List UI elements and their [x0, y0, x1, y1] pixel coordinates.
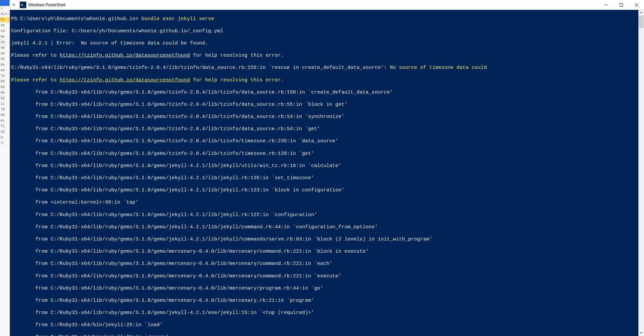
scroll-down-icon[interactable]: ▼	[638, 330, 644, 336]
output-line: Please refer to https://tzinfo.github.io…	[11, 77, 643, 84]
sidebar-item[interactable]: 95	[0, 112, 10, 118]
trace-line: from C:/Ruby31-x64/lib/ruby/gems/3.1.0/g…	[11, 126, 643, 132]
terminal[interactable]: PS C:\Users\yh\Documents\whonie.github.i…	[10, 10, 644, 336]
trace-line: from C:/Ruby31-x64/lib/ruby/gems/3.1.0/g…	[11, 187, 643, 194]
powershell-window: × >_ Windows PowerShell PS C:\Users\yh\D…	[10, 0, 644, 336]
sidebar-item[interactable]: ab	[0, 51, 10, 56]
window-controls	[599, 0, 644, 10]
sidebar-item[interactable]: 6a	[0, 62, 10, 68]
trace-line: from C:/Ruby31-x64/bin/jekyll:25:in `<ma…	[11, 334, 643, 336]
trace-line: from C:/Ruby31-x64/lib/ruby/gems/3.1.0/g…	[11, 310, 643, 316]
trace-line: from C:/Ruby31-x64/bin/jekyll:25:in `loa…	[11, 322, 643, 328]
trace-line: from C:/Ruby31-x64/lib/ruby/gems/3.1.0/g…	[11, 237, 643, 243]
trace-line: from C:/Ruby31-x64/lib/ruby/gems/3.1.0/g…	[11, 175, 643, 182]
tab-close-icon[interactable]: ×	[10, 2, 18, 7]
sidebar-item[interactable]: 11	[0, 101, 10, 107]
trace-line: from C:/Ruby31-x64/lib/ruby/gems/3.1.0/g…	[11, 90, 643, 96]
sidebar-item[interactable]: c0	[0, 28, 10, 34]
trace-line: from C:/Ruby31-x64/lib/ruby/gems/3.1.0/g…	[11, 138, 643, 145]
minimize-button[interactable]	[599, 0, 614, 10]
trace-line: from C:/Ruby31-x64/lib/ruby/gems/3.1.0/g…	[11, 102, 643, 108]
trace-line: from C:/Ruby31-x64/lib/ruby/gems/3.1.0/g…	[11, 114, 643, 120]
sidebar-item[interactable]: 49	[0, 45, 10, 51]
sidebar-item[interactable]: 35	[0, 23, 10, 28]
sidebar-item[interactable]: 9e	[0, 90, 10, 96]
trace-line: from C:/Ruby31-x64/lib/ruby/gems/3.1.0/g…	[11, 249, 643, 255]
output-line: Please refer to https://tzinfo.github.io…	[11, 53, 643, 59]
trace-line: from <internal:kernel>:90:in `tap'	[11, 200, 643, 206]
trace-line: from C:/Ruby31-x64/lib/ruby/gems/3.1.0/g…	[11, 298, 643, 304]
sidebar-item[interactable]: f1	[0, 124, 10, 129]
sidebar-item[interactable]: ba	[0, 84, 10, 90]
sidebar-label: 뛰기:	[0, 12, 10, 17]
trace-line: from C:/Ruby31-x64/lib/ruby/gems/3.1.0/g…	[11, 212, 643, 218]
maximize-button[interactable]	[614, 0, 629, 10]
sidebar-item[interactable]: d2	[0, 56, 10, 62]
sidebar-item[interactable]: f7	[0, 17, 10, 23]
sidebar-item[interactable]: d·	[0, 135, 10, 140]
sidebar-item[interactable]: 83	[0, 96, 10, 101]
sidebar-tab[interactable]: ×	[0, 6, 10, 12]
sidebar-item[interactable]: ea	[0, 68, 10, 73]
window-title: Windows PowerShell	[28, 3, 599, 7]
prompt-line: PS C:\Users\yh\Documents\whonie.github.i…	[11, 16, 643, 22]
sidebar-item[interactable]: 85	[0, 79, 10, 84]
sidebar-item[interactable]: 기	[0, 140, 10, 146]
sidebar-item[interactable]: 6c	[0, 118, 10, 124]
trace-line: from C:/Ruby31-x64/lib/ruby/gems/3.1.0/g…	[11, 273, 643, 280]
trace-line: from C:/Ruby31-x64/lib/ruby/gems/3.1.0/g…	[11, 163, 643, 169]
trace-line: from C:/Ruby31-x64/lib/ruby/gems/3.1.0/g…	[11, 286, 643, 292]
trace-line: from C:/Ruby31-x64/lib/ruby/gems/3.1.0/g…	[11, 224, 643, 231]
sidebar-item[interactable]: cb	[0, 129, 10, 135]
svg-rect-0	[620, 3, 623, 6]
sidebar-item[interactable]: 7a	[0, 73, 10, 79]
output-line: Configuration file: C:/Users/yh/Document…	[11, 28, 643, 35]
titlebar[interactable]: × >_ Windows PowerShell	[10, 0, 644, 10]
output-line: jekyll 4.2.1 | Error: No source of timez…	[11, 41, 643, 47]
sidebar-item[interactable]: 79	[0, 107, 10, 112]
scroll-up-icon[interactable]: ▲	[638, 10, 644, 15]
powershell-icon: >_	[20, 2, 26, 8]
trace-line: from C:/Ruby31-x64/lib/ruby/gems/3.1.0/g…	[11, 261, 643, 267]
scroll-thumb[interactable]	[639, 15, 644, 28]
sidebar-item[interactable]: 38	[0, 40, 10, 45]
close-button[interactable]	[629, 0, 644, 10]
trace-line: from C:/Ruby31-x64/lib/ruby/gems/3.1.0/g…	[11, 151, 643, 157]
collapsed-sidebar: × 뛰기: f7 35 c0 6e 38 49 ab d2 6a ea 7a 8…	[0, 0, 10, 336]
sidebar-item[interactable]: 6e	[0, 34, 10, 40]
scrollbar[interactable]: ▲ ▼	[638, 10, 644, 336]
sidebar-header[interactable]	[0, 0, 10, 6]
output-line: C:/Ruby31-x64/lib/ruby/gems/3.1.0/gems/t…	[11, 65, 643, 71]
